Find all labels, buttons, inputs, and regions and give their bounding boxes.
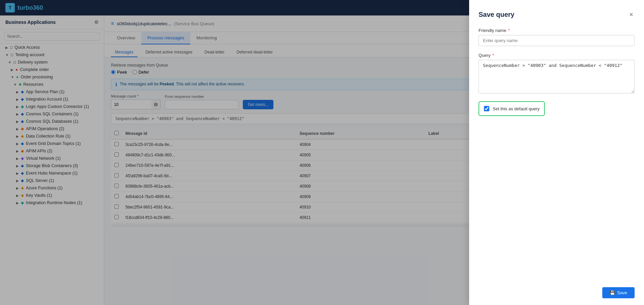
query-field: Query * SequenceNumber > "40903" and Seq… bbox=[479, 53, 635, 94]
modal-overlay: Save query × Friendly name * Query * Seq… bbox=[0, 0, 644, 305]
panel-header: Save query × bbox=[479, 9, 635, 20]
close-panel-button[interactable]: × bbox=[628, 9, 635, 20]
save-button[interactable]: 💾 Save bbox=[602, 287, 635, 298]
friendly-name-label: Friendly name * bbox=[479, 28, 635, 33]
required-star: * bbox=[508, 28, 510, 33]
query-label: Query * bbox=[479, 53, 635, 58]
friendly-name-field: Friendly name * bbox=[479, 28, 635, 46]
default-query-checkbox-row: Set this as default query bbox=[479, 101, 545, 116]
default-query-checkbox[interactable] bbox=[484, 106, 489, 111]
default-query-label[interactable]: Set this as default query bbox=[493, 106, 539, 111]
panel-title: Save query bbox=[479, 11, 515, 18]
query-required-star: * bbox=[492, 53, 494, 58]
save-query-panel: Save query × Friendly name * Query * Seq… bbox=[469, 0, 644, 305]
app-container: T turbo360 Business Applications ⚙ ▶□Qui… bbox=[0, 0, 644, 305]
friendly-name-input[interactable] bbox=[479, 35, 635, 46]
query-textarea[interactable]: SequenceNumber > "40903" and SequenceNum… bbox=[479, 60, 635, 93]
save-icon: 💾 bbox=[610, 290, 615, 295]
panel-footer: 💾 Save bbox=[479, 280, 635, 298]
